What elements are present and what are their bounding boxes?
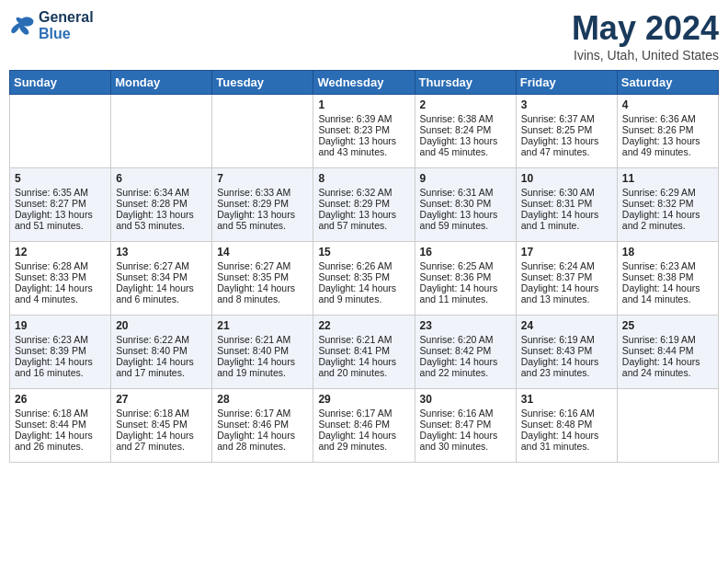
sunset-text: Sunset: 8:25 PM <box>521 124 612 135</box>
sunset-text: Sunset: 8:46 PM <box>318 419 409 430</box>
sunrise-text: Sunrise: 6:32 AM <box>318 187 409 198</box>
weekday-header-wednesday: Wednesday <box>313 71 415 95</box>
sunrise-text: Sunrise: 6:30 AM <box>521 187 612 198</box>
sunset-text: Sunset: 8:29 PM <box>217 198 308 209</box>
weekday-header-tuesday: Tuesday <box>212 71 313 95</box>
daylight-text: Daylight: 13 hours and 43 minutes. <box>318 135 409 157</box>
daylight-text: Daylight: 14 hours and 14 minutes. <box>622 282 713 304</box>
day-number: 26 <box>15 393 106 406</box>
sunrise-text: Sunrise: 6:29 AM <box>622 187 713 198</box>
day-number: 17 <box>521 246 612 259</box>
calendar-cell: 11Sunrise: 6:29 AMSunset: 8:32 PMDayligh… <box>617 168 718 242</box>
sunrise-text: Sunrise: 6:39 AM <box>318 113 409 124</box>
sunset-text: Sunset: 8:31 PM <box>521 198 612 209</box>
daylight-text: Daylight: 14 hours and 11 minutes. <box>420 282 511 304</box>
sunrise-text: Sunrise: 6:19 AM <box>622 334 713 345</box>
sunrise-text: Sunrise: 6:38 AM <box>420 113 511 124</box>
daylight-text: Daylight: 14 hours and 4 minutes. <box>15 282 106 304</box>
day-number: 13 <box>116 246 207 259</box>
calendar-cell: 7Sunrise: 6:33 AMSunset: 8:29 PMDaylight… <box>212 168 313 242</box>
sunrise-text: Sunrise: 6:36 AM <box>622 113 713 124</box>
day-number: 20 <box>116 319 207 332</box>
day-number: 23 <box>420 319 511 332</box>
calendar-cell: 13Sunrise: 6:27 AMSunset: 8:34 PMDayligh… <box>111 242 212 316</box>
sunrise-text: Sunrise: 6:21 AM <box>217 334 308 345</box>
day-number: 6 <box>116 172 207 185</box>
sunset-text: Sunset: 8:43 PM <box>521 345 612 356</box>
daylight-text: Daylight: 13 hours and 55 minutes. <box>217 209 308 231</box>
day-number: 7 <box>217 172 308 185</box>
sunrise-text: Sunrise: 6:20 AM <box>420 334 511 345</box>
weekday-header-saturday: Saturday <box>617 71 718 95</box>
sunset-text: Sunset: 8:44 PM <box>622 345 713 356</box>
logo-text: General Blue <box>39 9 94 41</box>
sunrise-text: Sunrise: 6:31 AM <box>420 187 511 198</box>
calendar-cell: 29Sunrise: 6:17 AMSunset: 8:46 PMDayligh… <box>313 389 415 463</box>
logo-icon <box>9 16 35 36</box>
daylight-text: Daylight: 14 hours and 20 minutes. <box>318 356 409 378</box>
day-number: 29 <box>318 393 409 406</box>
day-number: 15 <box>318 246 409 259</box>
sunset-text: Sunset: 8:35 PM <box>217 271 308 282</box>
sunset-text: Sunset: 8:46 PM <box>217 419 308 430</box>
daylight-text: Daylight: 14 hours and 1 minute. <box>521 209 612 231</box>
calendar-cell: 10Sunrise: 6:30 AMSunset: 8:31 PMDayligh… <box>516 168 617 242</box>
calendar-cell: 19Sunrise: 6:23 AMSunset: 8:39 PMDayligh… <box>10 316 111 389</box>
calendar-cell: 20Sunrise: 6:22 AMSunset: 8:40 PMDayligh… <box>111 316 212 389</box>
daylight-text: Daylight: 13 hours and 49 minutes. <box>622 135 713 157</box>
calendar-cell: 12Sunrise: 6:28 AMSunset: 8:33 PMDayligh… <box>10 242 111 316</box>
sunset-text: Sunset: 8:30 PM <box>420 198 511 209</box>
day-number: 9 <box>420 172 511 185</box>
daylight-text: Daylight: 13 hours and 45 minutes. <box>420 135 511 157</box>
sunrise-text: Sunrise: 6:24 AM <box>521 260 612 271</box>
sunset-text: Sunset: 8:35 PM <box>318 271 409 282</box>
weekday-header-row: SundayMondayTuesdayWednesdayThursdayFrid… <box>10 71 719 95</box>
sunrise-text: Sunrise: 6:17 AM <box>318 408 409 419</box>
daylight-text: Daylight: 14 hours and 23 minutes. <box>521 356 612 378</box>
sunset-text: Sunset: 8:29 PM <box>318 198 409 209</box>
sunset-text: Sunset: 8:40 PM <box>217 345 308 356</box>
sunrise-text: Sunrise: 6:18 AM <box>15 408 106 419</box>
sunset-text: Sunset: 8:39 PM <box>15 345 106 356</box>
calendar-cell: 14Sunrise: 6:27 AMSunset: 8:35 PMDayligh… <box>212 242 313 316</box>
calendar-cell: 24Sunrise: 6:19 AMSunset: 8:43 PMDayligh… <box>516 316 617 389</box>
calendar-cell <box>617 389 718 463</box>
weekday-header-friday: Friday <box>516 71 617 95</box>
calendar-cell: 4Sunrise: 6:36 AMSunset: 8:26 PMDaylight… <box>617 95 718 168</box>
sunrise-text: Sunrise: 6:16 AM <box>420 408 511 419</box>
calendar-cell: 28Sunrise: 6:17 AMSunset: 8:46 PMDayligh… <box>212 389 313 463</box>
calendar-cell: 6Sunrise: 6:34 AMSunset: 8:28 PMDaylight… <box>111 168 212 242</box>
daylight-text: Daylight: 14 hours and 13 minutes. <box>521 282 612 304</box>
day-number: 3 <box>521 98 612 111</box>
sunset-text: Sunset: 8:45 PM <box>116 419 207 430</box>
sunset-text: Sunset: 8:34 PM <box>116 271 207 282</box>
sunrise-text: Sunrise: 6:28 AM <box>15 260 106 271</box>
sunrise-text: Sunrise: 6:26 AM <box>318 260 409 271</box>
logo: General Blue <box>9 9 94 41</box>
sunrise-text: Sunrise: 6:18 AM <box>116 408 207 419</box>
title-block: May 2024 Ivins, Utah, United States <box>572 9 719 63</box>
daylight-text: Daylight: 13 hours and 51 minutes. <box>15 209 106 231</box>
sunrise-text: Sunrise: 6:27 AM <box>116 260 207 271</box>
day-number: 27 <box>116 393 207 406</box>
daylight-text: Daylight: 13 hours and 57 minutes. <box>318 209 409 231</box>
daylight-text: Daylight: 14 hours and 26 minutes. <box>15 430 106 452</box>
daylight-text: Daylight: 14 hours and 9 minutes. <box>318 282 409 304</box>
day-number: 16 <box>420 246 511 259</box>
sunrise-text: Sunrise: 6:23 AM <box>622 260 713 271</box>
sunrise-text: Sunrise: 6:21 AM <box>318 334 409 345</box>
calendar-cell: 2Sunrise: 6:38 AMSunset: 8:24 PMDaylight… <box>415 95 516 168</box>
weekday-header-thursday: Thursday <box>415 71 516 95</box>
calendar-cell: 23Sunrise: 6:20 AMSunset: 8:42 PMDayligh… <box>415 316 516 389</box>
sunrise-text: Sunrise: 6:22 AM <box>116 334 207 345</box>
sunrise-text: Sunrise: 6:25 AM <box>420 260 511 271</box>
calendar-cell: 25Sunrise: 6:19 AMSunset: 8:44 PMDayligh… <box>617 316 718 389</box>
day-number: 5 <box>15 172 106 185</box>
sunset-text: Sunset: 8:32 PM <box>622 198 713 209</box>
calendar-cell: 26Sunrise: 6:18 AMSunset: 8:44 PMDayligh… <box>10 389 111 463</box>
day-number: 1 <box>318 98 409 111</box>
daylight-text: Daylight: 14 hours and 29 minutes. <box>318 430 409 452</box>
calendar-table: SundayMondayTuesdayWednesdayThursdayFrid… <box>9 70 719 463</box>
calendar-cell: 16Sunrise: 6:25 AMSunset: 8:36 PMDayligh… <box>415 242 516 316</box>
sunset-text: Sunset: 8:36 PM <box>420 271 511 282</box>
